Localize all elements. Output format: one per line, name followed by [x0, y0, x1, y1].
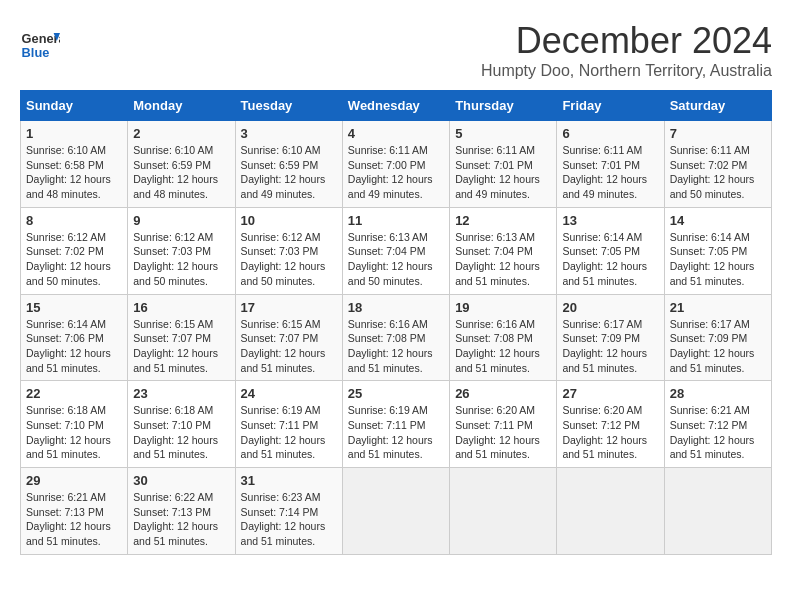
day-number: 30 — [133, 473, 229, 488]
day-number: 24 — [241, 386, 337, 401]
day-number: 12 — [455, 213, 551, 228]
calendar-cell: 24Sunrise: 6:19 AMSunset: 7:11 PMDayligh… — [235, 381, 342, 468]
day-info: Sunrise: 6:16 AMSunset: 7:08 PMDaylight:… — [348, 317, 444, 376]
calendar-cell: 25Sunrise: 6:19 AMSunset: 7:11 PMDayligh… — [342, 381, 449, 468]
day-info: Sunrise: 6:17 AMSunset: 7:09 PMDaylight:… — [670, 317, 766, 376]
calendar-cell: 1Sunrise: 6:10 AMSunset: 6:58 PMDaylight… — [21, 121, 128, 208]
calendar-cell: 26Sunrise: 6:20 AMSunset: 7:11 PMDayligh… — [450, 381, 557, 468]
calendar-week-row: 22Sunrise: 6:18 AMSunset: 7:10 PMDayligh… — [21, 381, 772, 468]
calendar-cell: 10Sunrise: 6:12 AMSunset: 7:03 PMDayligh… — [235, 207, 342, 294]
day-info: Sunrise: 6:18 AMSunset: 7:10 PMDaylight:… — [133, 403, 229, 462]
day-number: 16 — [133, 300, 229, 315]
day-info: Sunrise: 6:19 AMSunset: 7:11 PMDaylight:… — [348, 403, 444, 462]
day-info: Sunrise: 6:12 AMSunset: 7:03 PMDaylight:… — [241, 230, 337, 289]
day-number: 21 — [670, 300, 766, 315]
day-info: Sunrise: 6:13 AMSunset: 7:04 PMDaylight:… — [348, 230, 444, 289]
day-number: 15 — [26, 300, 122, 315]
day-number: 6 — [562, 126, 658, 141]
logo: General Blue — [20, 25, 65, 65]
calendar-week-row: 15Sunrise: 6:14 AMSunset: 7:06 PMDayligh… — [21, 294, 772, 381]
calendar-cell: 19Sunrise: 6:16 AMSunset: 7:08 PMDayligh… — [450, 294, 557, 381]
day-number: 31 — [241, 473, 337, 488]
calendar-cell: 4Sunrise: 6:11 AMSunset: 7:00 PMDaylight… — [342, 121, 449, 208]
day-info: Sunrise: 6:13 AMSunset: 7:04 PMDaylight:… — [455, 230, 551, 289]
calendar-cell: 29Sunrise: 6:21 AMSunset: 7:13 PMDayligh… — [21, 468, 128, 555]
calendar-cell: 18Sunrise: 6:16 AMSunset: 7:08 PMDayligh… — [342, 294, 449, 381]
day-info: Sunrise: 6:20 AMSunset: 7:11 PMDaylight:… — [455, 403, 551, 462]
day-number: 5 — [455, 126, 551, 141]
calendar-week-row: 1Sunrise: 6:10 AMSunset: 6:58 PMDaylight… — [21, 121, 772, 208]
day-info: Sunrise: 6:22 AMSunset: 7:13 PMDaylight:… — [133, 490, 229, 549]
day-header-wednesday: Wednesday — [342, 91, 449, 121]
calendar-cell: 22Sunrise: 6:18 AMSunset: 7:10 PMDayligh… — [21, 381, 128, 468]
calendar-cell: 20Sunrise: 6:17 AMSunset: 7:09 PMDayligh… — [557, 294, 664, 381]
calendar-cell: 23Sunrise: 6:18 AMSunset: 7:10 PMDayligh… — [128, 381, 235, 468]
day-number: 8 — [26, 213, 122, 228]
logo-icon: General Blue — [20, 25, 60, 65]
day-info: Sunrise: 6:19 AMSunset: 7:11 PMDaylight:… — [241, 403, 337, 462]
day-number: 25 — [348, 386, 444, 401]
day-info: Sunrise: 6:14 AMSunset: 7:05 PMDaylight:… — [562, 230, 658, 289]
day-number: 27 — [562, 386, 658, 401]
day-info: Sunrise: 6:16 AMSunset: 7:08 PMDaylight:… — [455, 317, 551, 376]
day-info: Sunrise: 6:11 AMSunset: 7:00 PMDaylight:… — [348, 143, 444, 202]
day-info: Sunrise: 6:15 AMSunset: 7:07 PMDaylight:… — [241, 317, 337, 376]
day-number: 2 — [133, 126, 229, 141]
day-header-monday: Monday — [128, 91, 235, 121]
calendar-cell: 6Sunrise: 6:11 AMSunset: 7:01 PMDaylight… — [557, 121, 664, 208]
day-number: 11 — [348, 213, 444, 228]
day-info: Sunrise: 6:11 AMSunset: 7:01 PMDaylight:… — [562, 143, 658, 202]
header: General Blue December 2024 Humpty Doo, N… — [20, 20, 772, 80]
calendar-cell: 28Sunrise: 6:21 AMSunset: 7:12 PMDayligh… — [664, 381, 771, 468]
calendar-cell — [342, 468, 449, 555]
day-info: Sunrise: 6:14 AMSunset: 7:06 PMDaylight:… — [26, 317, 122, 376]
calendar-cell: 2Sunrise: 6:10 AMSunset: 6:59 PMDaylight… — [128, 121, 235, 208]
day-number: 14 — [670, 213, 766, 228]
day-header-saturday: Saturday — [664, 91, 771, 121]
day-number: 3 — [241, 126, 337, 141]
calendar-week-row: 8Sunrise: 6:12 AMSunset: 7:02 PMDaylight… — [21, 207, 772, 294]
day-number: 28 — [670, 386, 766, 401]
day-header-tuesday: Tuesday — [235, 91, 342, 121]
calendar-cell: 3Sunrise: 6:10 AMSunset: 6:59 PMDaylight… — [235, 121, 342, 208]
calendar-cell: 5Sunrise: 6:11 AMSunset: 7:01 PMDaylight… — [450, 121, 557, 208]
day-info: Sunrise: 6:10 AMSunset: 6:58 PMDaylight:… — [26, 143, 122, 202]
subtitle: Humpty Doo, Northern Territory, Australi… — [481, 62, 772, 80]
calendar-cell: 21Sunrise: 6:17 AMSunset: 7:09 PMDayligh… — [664, 294, 771, 381]
day-number: 26 — [455, 386, 551, 401]
day-number: 13 — [562, 213, 658, 228]
calendar-cell — [664, 468, 771, 555]
calendar-cell: 9Sunrise: 6:12 AMSunset: 7:03 PMDaylight… — [128, 207, 235, 294]
day-info: Sunrise: 6:12 AMSunset: 7:03 PMDaylight:… — [133, 230, 229, 289]
day-header-thursday: Thursday — [450, 91, 557, 121]
month-title: December 2024 — [481, 20, 772, 62]
day-number: 18 — [348, 300, 444, 315]
day-number: 9 — [133, 213, 229, 228]
day-info: Sunrise: 6:11 AMSunset: 7:02 PMDaylight:… — [670, 143, 766, 202]
svg-text:General: General — [22, 31, 60, 46]
calendar-cell: 8Sunrise: 6:12 AMSunset: 7:02 PMDaylight… — [21, 207, 128, 294]
calendar-cell: 7Sunrise: 6:11 AMSunset: 7:02 PMDaylight… — [664, 121, 771, 208]
day-info: Sunrise: 6:20 AMSunset: 7:12 PMDaylight:… — [562, 403, 658, 462]
calendar-cell — [450, 468, 557, 555]
day-number: 17 — [241, 300, 337, 315]
day-info: Sunrise: 6:11 AMSunset: 7:01 PMDaylight:… — [455, 143, 551, 202]
calendar-table: SundayMondayTuesdayWednesdayThursdayFrid… — [20, 90, 772, 555]
calendar-cell: 30Sunrise: 6:22 AMSunset: 7:13 PMDayligh… — [128, 468, 235, 555]
day-number: 4 — [348, 126, 444, 141]
day-info: Sunrise: 6:10 AMSunset: 6:59 PMDaylight:… — [133, 143, 229, 202]
svg-text:Blue: Blue — [22, 45, 50, 60]
calendar-cell: 31Sunrise: 6:23 AMSunset: 7:14 PMDayligh… — [235, 468, 342, 555]
day-number: 22 — [26, 386, 122, 401]
day-info: Sunrise: 6:23 AMSunset: 7:14 PMDaylight:… — [241, 490, 337, 549]
day-info: Sunrise: 6:17 AMSunset: 7:09 PMDaylight:… — [562, 317, 658, 376]
day-info: Sunrise: 6:10 AMSunset: 6:59 PMDaylight:… — [241, 143, 337, 202]
title-area: December 2024 Humpty Doo, Northern Terri… — [481, 20, 772, 80]
calendar-cell: 15Sunrise: 6:14 AMSunset: 7:06 PMDayligh… — [21, 294, 128, 381]
day-info: Sunrise: 6:15 AMSunset: 7:07 PMDaylight:… — [133, 317, 229, 376]
day-number: 7 — [670, 126, 766, 141]
calendar-week-row: 29Sunrise: 6:21 AMSunset: 7:13 PMDayligh… — [21, 468, 772, 555]
day-info: Sunrise: 6:14 AMSunset: 7:05 PMDaylight:… — [670, 230, 766, 289]
day-info: Sunrise: 6:18 AMSunset: 7:10 PMDaylight:… — [26, 403, 122, 462]
day-number: 1 — [26, 126, 122, 141]
